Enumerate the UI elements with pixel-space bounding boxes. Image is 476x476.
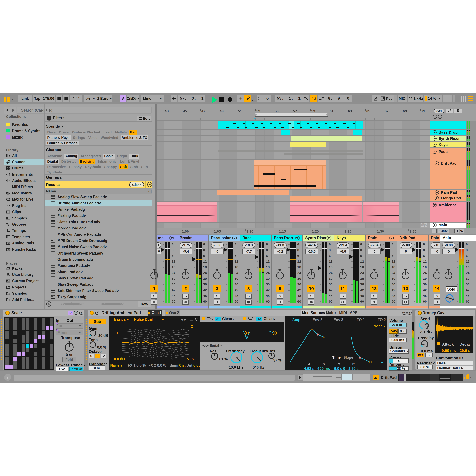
svg-text:2: 2 bbox=[246, 332, 247, 335]
